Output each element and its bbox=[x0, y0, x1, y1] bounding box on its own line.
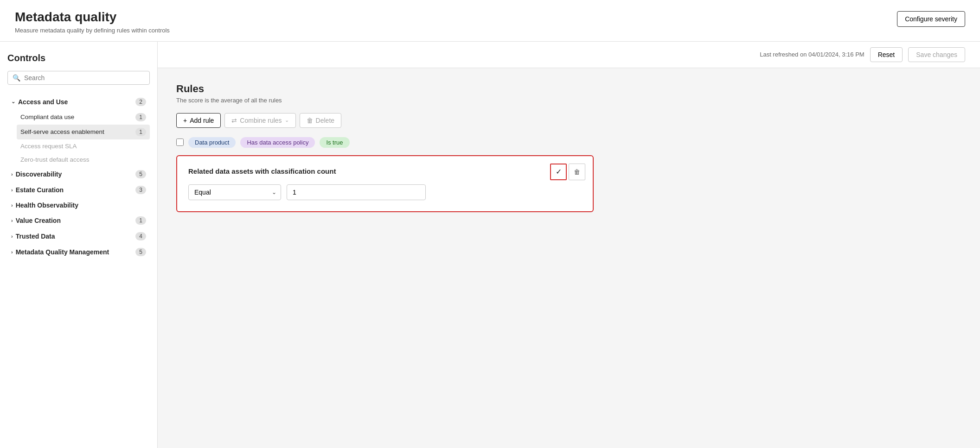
nav-label-value-creation: Value Creation bbox=[16, 217, 61, 224]
check-icon: ✓ bbox=[556, 167, 562, 176]
plus-icon: + bbox=[183, 117, 187, 124]
search-input[interactable] bbox=[24, 74, 145, 82]
nav-label-estate-curation: Estate Curation bbox=[16, 186, 64, 194]
rule-card-title: Related data assets with classification … bbox=[188, 167, 582, 175]
add-rule-label: Add rule bbox=[190, 117, 214, 124]
last-refreshed-label: Last refreshed on 04/01/2024, 3:16 PM bbox=[760, 51, 865, 58]
rule-checkbox[interactable] bbox=[176, 139, 184, 146]
chevron-right-icon-value: › bbox=[11, 218, 13, 223]
rules-subtitle: The score is the average of all the rule… bbox=[176, 97, 961, 104]
operator-select[interactable]: Equal Not equal Greater than Less than G… bbox=[188, 184, 281, 200]
save-changes-button[interactable]: Save changes bbox=[908, 47, 965, 62]
combine-rules-button[interactable]: ⇄ Combine rules ⌄ bbox=[224, 113, 295, 128]
search-box[interactable]: 🔍 bbox=[7, 71, 150, 85]
nav-badge-discoverability: 5 bbox=[135, 170, 146, 178]
chevron-down-icon-combine: ⌄ bbox=[285, 117, 289, 123]
add-rule-button[interactable]: + Add rule bbox=[176, 113, 221, 128]
nav-badge-compliant-data-use: 1 bbox=[135, 113, 146, 121]
operator-select-wrapper[interactable]: Equal Not equal Greater than Less than G… bbox=[188, 184, 281, 200]
rule-card-confirm-button[interactable]: ✓ bbox=[550, 164, 567, 180]
sidebar-item-self-serve-access[interactable]: Self-serve access enablement 1 bbox=[17, 125, 150, 139]
sidebar-item-compliant-data-use[interactable]: Compliant data use 1 bbox=[17, 110, 150, 125]
rule-inputs: Equal Not equal Greater than Less than G… bbox=[188, 184, 582, 200]
rule-card-delete-button[interactable]: 🗑 bbox=[569, 164, 585, 180]
nav-label-metadata-quality-mgmt: Metadata Quality Management bbox=[16, 248, 109, 256]
reset-button[interactable]: Reset bbox=[870, 47, 903, 62]
sidebar-item-value-creation[interactable]: › Value Creation 1 bbox=[7, 213, 150, 228]
rules-container: Rules The score is the average of all th… bbox=[158, 68, 980, 448]
tag-data-product: Data product bbox=[188, 137, 236, 148]
delete-label: Delete bbox=[316, 117, 334, 124]
chevron-right-icon-health: › bbox=[11, 202, 13, 208]
nav-label-discoverability: Discoverability bbox=[16, 170, 62, 178]
nav-badge-access-and-use: 2 bbox=[135, 98, 146, 106]
chevron-right-icon-metadata: › bbox=[11, 249, 13, 255]
nav-badge-value-creation: 1 bbox=[135, 216, 146, 225]
nav-badge-self-serve: 1 bbox=[135, 128, 146, 136]
rules-actions: + Add rule ⇄ Combine rules ⌄ 🗑 Delete bbox=[176, 113, 961, 128]
nav-label-access-and-use: Access and Use bbox=[18, 98, 68, 106]
nav-badge-metadata-quality-mgmt: 5 bbox=[135, 248, 146, 256]
rule-number-input[interactable] bbox=[287, 184, 426, 200]
chevron-right-icon-discoverability: › bbox=[11, 171, 13, 177]
sidebar-item-discoverability[interactable]: › Discoverability 5 bbox=[7, 166, 150, 182]
sidebar-item-access-and-use[interactable]: ⌄ Access and Use 2 bbox=[7, 94, 150, 110]
configure-severity-button[interactable]: Configure severity bbox=[897, 11, 965, 27]
nav-badge-estate-curation: 3 bbox=[135, 186, 146, 194]
nav-label-zero-trust: Zero-trust default access bbox=[20, 156, 90, 163]
chevron-right-icon-trusted: › bbox=[11, 233, 13, 239]
combine-icon: ⇄ bbox=[231, 117, 237, 124]
rule-row: Data product Has data access policy Is t… bbox=[176, 137, 961, 148]
header-left: Metadata quality Measure metadata qualit… bbox=[15, 9, 170, 34]
tag-has-data-access-policy: Has data access policy bbox=[240, 137, 315, 148]
nav-children-access-and-use: Compliant data use 1 Self-serve access e… bbox=[7, 110, 150, 166]
controls-title: Controls bbox=[7, 53, 150, 63]
delete-button[interactable]: 🗑 Delete bbox=[300, 113, 341, 128]
nav-label-self-serve: Self-serve access enablement bbox=[20, 128, 104, 135]
sidebar-item-zero-trust[interactable]: Zero-trust default access bbox=[17, 153, 150, 166]
page-title: Metadata quality bbox=[15, 9, 170, 25]
search-icon: 🔍 bbox=[13, 74, 20, 82]
page-subtitle: Measure metadata quality by defining rul… bbox=[15, 27, 170, 34]
trash-icon-card: 🗑 bbox=[574, 168, 580, 176]
sidebar: Controls 🔍 ⌄ Access and Use 2 bbox=[0, 42, 158, 448]
sidebar-item-health-observability[interactable]: › Health Observability bbox=[7, 198, 150, 213]
main-content: Last refreshed on 04/01/2024, 3:16 PM Re… bbox=[158, 42, 980, 448]
nav-section-access-and-use: ⌄ Access and Use 2 Compliant data use 1 … bbox=[7, 94, 150, 260]
nav-label-health-observability: Health Observability bbox=[16, 202, 78, 209]
trash-icon: 🗑 bbox=[307, 117, 313, 124]
main-toolbar: Last refreshed on 04/01/2024, 3:16 PM Re… bbox=[158, 42, 980, 68]
sidebar-item-estate-curation[interactable]: › Estate Curation 3 bbox=[7, 182, 150, 198]
sidebar-item-metadata-quality-mgmt[interactable]: › Metadata Quality Management 5 bbox=[7, 244, 150, 260]
chevron-right-icon-estate: › bbox=[11, 187, 13, 193]
rule-card-actions: ✓ 🗑 bbox=[550, 164, 585, 180]
nav-label-trusted-data: Trusted Data bbox=[16, 233, 55, 240]
chevron-down-icon: ⌄ bbox=[11, 99, 15, 105]
nav-badge-trusted-data: 4 bbox=[135, 232, 146, 240]
sidebar-item-trusted-data[interactable]: › Trusted Data 4 bbox=[7, 228, 150, 244]
sidebar-item-access-request-sla[interactable]: Access request SLA bbox=[17, 139, 150, 153]
nav-label-access-request-sla: Access request SLA bbox=[20, 143, 77, 150]
page-header: Metadata quality Measure metadata qualit… bbox=[0, 0, 980, 42]
rules-title: Rules bbox=[176, 83, 961, 95]
nav-label-compliant-data-use: Compliant data use bbox=[20, 114, 74, 120]
combine-rules-label: Combine rules bbox=[240, 117, 282, 124]
rule-card: Related data assets with classification … bbox=[176, 155, 594, 212]
tag-is-true: Is true bbox=[320, 137, 349, 148]
